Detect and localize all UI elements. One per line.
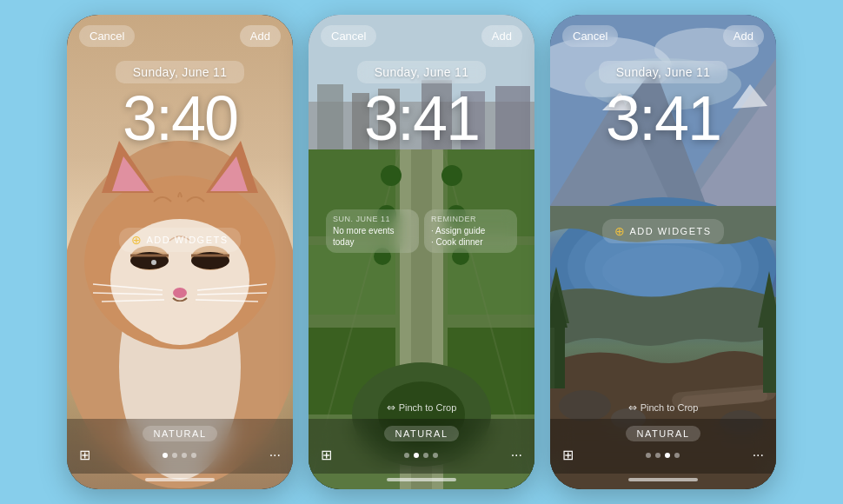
widget-row: Sun. June 11 No more events today Remind… xyxy=(321,209,522,253)
lockscreen-content: Sunday, June 11 3:40 xyxy=(67,52,293,222)
widget-reminder-title: Reminder xyxy=(431,215,510,223)
add-button[interactable]: Add xyxy=(240,25,281,47)
gallery-icon[interactable]: ⊞ xyxy=(79,447,90,463)
paris-phone-overlay: Cancel Add Sunday, June 11 3:41 Sun. Jun… xyxy=(309,15,534,489)
phone-paris: Cancel Add Sunday, June 11 3:41 Sun. Jun… xyxy=(309,15,534,489)
dot-2-paris xyxy=(414,453,419,458)
widget-reminder-content: · Assign guide · Cook dinner xyxy=(431,225,510,248)
pinch-icon-lake: ⇔ xyxy=(628,401,637,414)
bottom-controls: ⊞ ··· xyxy=(79,447,281,463)
pinch-label-text-lake: Pinch to Crop xyxy=(641,402,699,413)
dot-2-lake xyxy=(655,453,660,458)
home-indicator-lake xyxy=(550,474,776,489)
widgets-area-paris: Sun. June 11 No more events today Remind… xyxy=(309,204,534,258)
more-icon-paris[interactable]: ··· xyxy=(511,448,522,463)
dot-3-lake xyxy=(665,453,670,458)
add-button-paris[interactable]: Add xyxy=(481,25,522,47)
dot-1 xyxy=(163,453,168,458)
time-display-lake: 3:41 xyxy=(606,87,720,149)
add-widgets-label-lake: ADD WIDGETS xyxy=(629,226,711,236)
home-bar xyxy=(145,478,215,481)
pinch-to-crop-lake: ⇔ Pinch to Crop xyxy=(550,401,776,419)
dot-3-paris xyxy=(423,453,428,458)
dot-1-paris xyxy=(404,453,409,458)
lockscreen-content-paris: Sunday, June 11 3:41 xyxy=(309,52,534,204)
dots-row xyxy=(163,453,196,458)
cancel-button[interactable]: Cancel xyxy=(79,25,135,47)
date-label-lake: Sunday, June 11 xyxy=(616,65,711,79)
dots-row-lake xyxy=(646,453,680,458)
home-bar-lake xyxy=(628,478,698,481)
home-bar-paris xyxy=(387,478,456,481)
dot-1-lake xyxy=(646,453,651,458)
date-pill-lake: Sunday, June 11 xyxy=(599,61,728,83)
pinch-to-crop: ⇔ Pinch to Crop xyxy=(309,401,534,419)
add-widgets-label: ADD WIDGETS xyxy=(146,235,228,245)
add-widgets-plus-icon: ⊕ xyxy=(131,233,142,247)
dot-3 xyxy=(182,453,187,458)
top-bar-paris: Cancel Add xyxy=(309,15,534,52)
bottom-controls-lake: ⊞ ··· xyxy=(562,447,764,463)
more-icon-lake[interactable]: ··· xyxy=(753,448,764,463)
add-button-lake[interactable]: Add xyxy=(723,25,764,47)
gallery-icon-lake[interactable]: ⊞ xyxy=(562,447,574,463)
dots-row-paris xyxy=(404,453,438,458)
dot-4-paris xyxy=(433,453,438,458)
style-label-lake: NATURAL xyxy=(626,426,700,441)
phone-lake: Cancel Add Sunday, June 11 3:41 ⊕ ADD WI… xyxy=(550,15,776,489)
phone-cat: Cancel Add Sunday, June 11 3:40 ⊕ ADD WI… xyxy=(67,15,293,489)
top-bar-lake: Cancel Add xyxy=(550,15,776,52)
date-pill: Sunday, June 11 xyxy=(116,61,245,83)
style-label: NATURAL xyxy=(143,426,216,441)
widget-calendar-title: Sun. June 11 xyxy=(333,215,412,223)
bottom-bar-lake: NATURAL ⊞ ··· xyxy=(550,419,776,474)
time-display-paris: 3:41 xyxy=(364,87,479,149)
date-pill-paris: Sunday, June 11 xyxy=(357,61,487,83)
top-bar: Cancel Add xyxy=(67,15,293,52)
widget-calendar-content: No more events today xyxy=(333,225,412,248)
pinch-label-text: Pinch to Crop xyxy=(399,402,457,413)
pinch-icon: ⇔ xyxy=(387,401,395,414)
home-indicator-paris xyxy=(309,474,534,489)
cat-phone-overlay: Cancel Add Sunday, June 11 3:40 ⊕ ADD WI… xyxy=(67,15,293,489)
date-label-paris: Sunday, June 11 xyxy=(375,65,469,79)
lockscreen-content-lake: Sunday, June 11 3:41 xyxy=(550,52,776,214)
add-widgets-plus-icon-lake: ⊕ xyxy=(614,224,625,238)
widgets-area-lake: ⊕ ADD WIDGETS xyxy=(550,214,776,249)
widget-reminder[interactable]: Reminder · Assign guide · Cook dinner xyxy=(424,209,517,253)
bottom-bar: NATURAL ⊞ ··· xyxy=(67,419,293,474)
more-icon[interactable]: ··· xyxy=(269,448,281,463)
date-label: Sunday, June 11 xyxy=(133,65,228,79)
widgets-area: ⊕ ADD WIDGETS xyxy=(67,222,293,257)
gallery-icon-paris[interactable]: ⊞ xyxy=(321,447,332,463)
add-widgets-button[interactable]: ⊕ ADD WIDGETS xyxy=(119,228,240,252)
home-indicator xyxy=(67,474,293,489)
cancel-button-paris[interactable]: Cancel xyxy=(321,25,376,47)
cancel-button-lake[interactable]: Cancel xyxy=(562,25,618,47)
bottom-bar-paris: NATURAL ⊞ ··· xyxy=(309,419,534,474)
dot-4 xyxy=(191,453,196,458)
add-widgets-button-lake[interactable]: ⊕ ADD WIDGETS xyxy=(602,219,723,243)
widget-calendar[interactable]: Sun. June 11 No more events today xyxy=(326,209,419,253)
style-label-paris: NATURAL xyxy=(384,426,458,441)
lake-phone-overlay: Cancel Add Sunday, June 11 3:41 ⊕ ADD WI… xyxy=(550,15,776,489)
time-display: 3:40 xyxy=(123,87,237,149)
dot-2 xyxy=(172,453,177,458)
dot-4-lake xyxy=(674,453,680,458)
bottom-controls-paris: ⊞ ··· xyxy=(321,447,522,463)
